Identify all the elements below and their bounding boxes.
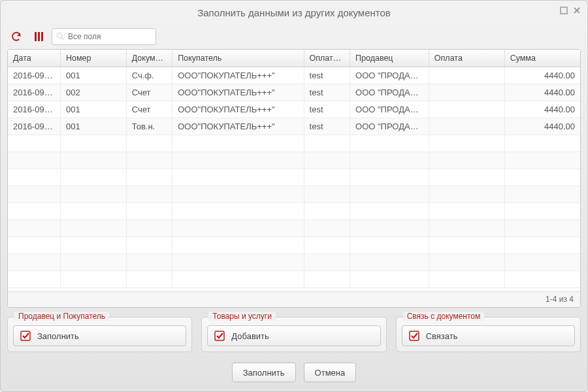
table-row[interactable]: 2016-09-04001Тов.н.ООО"ПОКУПАТЕЛЬ+++"tes… — [8, 118, 580, 135]
svg-rect-1 — [35, 32, 37, 41]
titlebar: Заполнить данными из других документов — [1, 1, 587, 24]
col-seller[interactable]: Продавец — [350, 50, 429, 67]
fieldset-legend: Продавец и Покупатель — [14, 312, 109, 321]
cell-sum: 4440.00 — [504, 84, 580, 101]
cell-buyer: ООО"ПОКУПАТЕЛЬ+++" — [172, 84, 304, 101]
cell-buyer: ООО"ПОКУПАТЕЛЬ+++" — [172, 67, 304, 84]
svg-point-4 — [57, 33, 63, 38]
table-row-empty — [8, 220, 580, 237]
button-label: Заполнить — [37, 331, 79, 341]
col-document[interactable]: Документ — [126, 50, 172, 67]
add-goods-button[interactable]: Добавить — [207, 325, 380, 346]
cell-date: 2016-09-04 — [8, 118, 61, 135]
dialog-window: Заполнить данными из других документов — [0, 0, 588, 392]
cell-buyer: ООО"ПОКУПАТЕЛЬ+++" — [172, 118, 304, 135]
grid: Дата Номер Документ Покупатель Оплата ..… — [7, 49, 581, 308]
fill-button[interactable]: Заполнить — [232, 363, 296, 382]
cell-seller: ООО "ПРОДАВЕЦ ... — [350, 118, 429, 135]
col-buyer[interactable]: Покупатель — [172, 50, 304, 67]
dialog-buttons: Заполнить Отмена — [7, 363, 581, 382]
cell-payment1: test — [304, 67, 350, 84]
cell-seller: ООО "ПРОДАВЕЦ ... — [350, 84, 429, 101]
cell-document: Тов.н. — [126, 118, 172, 135]
fill-seller-buyer-button[interactable]: Заполнить — [13, 325, 186, 346]
col-payment2[interactable]: Оплата — [429, 50, 504, 67]
button-label: Добавить — [231, 331, 269, 341]
maximize-icon[interactable] — [560, 6, 568, 16]
table-row[interactable]: 2016-09-16001Сч.ф.ООО"ПОКУПАТЕЛЬ+++"test… — [8, 67, 580, 84]
toolbar — [7, 24, 581, 49]
cell-buyer: ООО"ПОКУПАТЕЛЬ+++" — [172, 101, 304, 118]
grid-body[interactable]: 2016-09-16001Сч.ф.ООО"ПОКУПАТЕЛЬ+++"test… — [8, 67, 580, 291]
cell-date: 2016-09-07 — [8, 84, 61, 101]
cell-number: 001 — [61, 101, 127, 118]
content-area: Дата Номер Документ Покупатель Оплата ..… — [1, 24, 587, 391]
cell-number: 001 — [61, 118, 127, 135]
cell-payment2 — [429, 101, 504, 118]
cell-payment2 — [429, 84, 504, 101]
cell-number: 001 — [61, 67, 127, 84]
cell-document: Сч.ф. — [126, 67, 172, 84]
cell-date: 2016-09-16 — [8, 67, 61, 84]
cell-payment2 — [429, 67, 504, 84]
table-row-empty — [8, 152, 580, 169]
svg-rect-7 — [215, 331, 224, 340]
columns-button[interactable] — [29, 27, 48, 46]
table-row[interactable]: 2016-09-04001СчетООО"ПОКУПАТЕЛЬ+++"testО… — [8, 101, 580, 118]
grid-footer: 1-4 из 4 — [8, 291, 580, 307]
svg-line-5 — [61, 37, 63, 39]
table-row-empty — [8, 169, 580, 186]
window-title: Заполнить данными из других документов — [197, 7, 391, 18]
fieldset-legend: Товары и услуги — [208, 312, 276, 321]
cancel-button[interactable]: Отмена — [304, 363, 357, 382]
search-input[interactable] — [67, 31, 145, 42]
table-row-empty — [8, 135, 580, 152]
cell-payment2 — [429, 118, 504, 135]
fieldset-row: Продавец и Покупатель Заполнить Товары и… — [7, 317, 581, 352]
fieldset-legend: Связь с документом — [403, 312, 485, 321]
cell-payment1: test — [304, 118, 350, 135]
table-row-empty — [8, 186, 580, 203]
cell-seller: ООО "ПРОДАВЕЦ ... — [350, 101, 429, 118]
table-row-empty — [8, 237, 580, 254]
cell-payment1: test — [304, 101, 350, 118]
cell-payment1: test — [304, 84, 350, 101]
svg-rect-8 — [410, 331, 419, 340]
window-controls — [560, 6, 581, 16]
svg-rect-3 — [41, 32, 43, 41]
grid-header: Дата Номер Документ Покупатель Оплата ..… — [8, 50, 580, 67]
table-row-empty — [8, 271, 580, 288]
button-label: Связать — [426, 331, 458, 341]
grid-footer-text: 1-4 из 4 — [546, 295, 574, 304]
table-row-empty — [8, 203, 580, 220]
col-sum[interactable]: Сумма — [504, 50, 580, 67]
link-document-button[interactable]: Связать — [402, 325, 575, 346]
close-icon[interactable] — [573, 6, 581, 16]
svg-rect-6 — [21, 331, 30, 340]
cell-document: Счет — [126, 101, 172, 118]
fieldset-seller-buyer: Продавец и Покупатель Заполнить — [7, 317, 192, 352]
col-payment1[interactable]: Оплата ... — [304, 50, 350, 67]
cell-document: Счет — [126, 84, 172, 101]
col-date[interactable]: Дата — [8, 50, 61, 67]
check-icon — [214, 331, 225, 341]
svg-rect-0 — [561, 7, 567, 14]
col-number[interactable]: Номер — [61, 50, 127, 67]
cell-sum: 4440.00 — [504, 67, 580, 84]
svg-rect-2 — [38, 32, 40, 41]
search-icon — [56, 32, 64, 42]
table-row[interactable]: 2016-09-07002СчетООО"ПОКУПАТЕЛЬ+++"testО… — [8, 84, 580, 101]
cell-seller: ООО "ПРОДАВЕЦ ... — [350, 67, 429, 84]
fieldset-goods: Товары и услуги Добавить — [201, 317, 386, 352]
cell-sum: 4440.00 — [504, 101, 580, 118]
cell-number: 002 — [61, 84, 127, 101]
cell-sum: 4440.00 — [504, 118, 580, 135]
fieldset-link: Связь с документом Связать — [396, 317, 581, 352]
check-icon — [409, 331, 419, 341]
search-box[interactable] — [52, 28, 156, 45]
check-icon — [20, 331, 31, 341]
table-row-empty — [8, 254, 580, 271]
cell-date: 2016-09-04 — [8, 101, 61, 118]
refresh-button[interactable] — [7, 27, 25, 46]
